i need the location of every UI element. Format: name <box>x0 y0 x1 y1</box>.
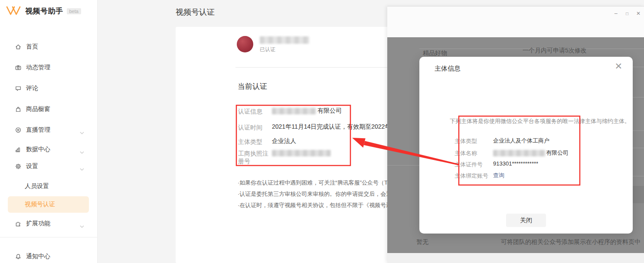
sidebar-item-product-window[interactable]: 商品橱窗 <box>15 104 88 114</box>
sidebar-item-label: 首页 <box>26 43 38 51</box>
close-icon[interactable]: ✕ <box>615 61 622 71</box>
sub-item-label: 视频号认证 <box>25 201 55 208</box>
avatar <box>237 36 253 52</box>
close-window-button[interactable]: ✕ <box>633 9 644 18</box>
sidebar-item-comments[interactable]: 评论 <box>15 83 88 94</box>
sidebar-item-live[interactable]: 直播管理 <box>15 125 88 135</box>
bg-shop-label: 精品好物 <box>423 49 447 57</box>
sidebar-item-label: 商品橱窗 <box>26 105 50 113</box>
modal-intro-text: 下列主体将是你使用微信公众平台各项服务的唯一法律主体与缔约主体。 <box>450 117 630 125</box>
redacted-company-name <box>272 108 316 114</box>
bag-icon <box>15 106 22 113</box>
dim-divider <box>633 67 644 67</box>
sidebar-item-home[interactable]: 首页 <box>15 42 88 52</box>
sidebar-item-label: 动态管理 <box>26 64 50 71</box>
camera-icon <box>15 64 22 71</box>
modal-field-label: 主体绑定账号 <box>454 172 488 180</box>
sidebar-item-moments[interactable]: 动态管理 <box>15 62 88 73</box>
modal-field-value: 913301************ <box>493 160 538 167</box>
minimize-button[interactable]: − <box>610 9 621 18</box>
bg-none-label: 暂无 <box>416 238 428 246</box>
maximize-button[interactable]: □ <box>621 9 633 18</box>
subject-suffix: 有限公司 <box>546 149 569 157</box>
sidebar-item-channels-verification[interactable]: 视频号认证 <box>8 196 89 213</box>
page-title: 视频号认证 <box>176 7 215 17</box>
chevron-down-icon <box>80 165 84 172</box>
modal-field-label: 主体证件号 <box>454 161 483 169</box>
sidebar-divider <box>0 237 97 237</box>
app-title: 视频号助手 <box>25 6 63 16</box>
sidebar: 视频号助手 beta 首页 动态管理 评论 商品橱窗 直播管理 数据中心 设置 … <box>0 0 98 263</box>
sidebar-item-label: 数据中心 <box>26 146 50 153</box>
field-label: 主体类型 <box>238 138 270 146</box>
sidebar-item-label: 通知中心 <box>26 253 50 260</box>
subject-info-modal: 主体信息 ✕ 下列主体将是你使用微信公众平台各项服务的唯一法律主体与缔约主体。 … <box>419 57 633 234</box>
dim-divider <box>633 130 644 131</box>
bg-account-hint: 可将团队的相关公众号添加展示在小程序的资料页中 <box>501 238 641 246</box>
chevron-down-icon <box>80 129 84 136</box>
section-title: 当前认证 <box>238 81 267 91</box>
redacted-license-number <box>272 150 331 156</box>
comment-icon <box>15 85 22 92</box>
dim-divider <box>633 148 644 148</box>
modal-title: 主体信息 <box>435 65 461 73</box>
chart-icon <box>15 146 22 153</box>
live-icon <box>15 127 22 133</box>
window-bottom-strip <box>387 253 644 263</box>
field-value <box>272 150 331 156</box>
field-label: 认证时间 <box>238 123 270 131</box>
bell-icon <box>15 253 22 260</box>
field-label: 认证信息 <box>238 107 270 115</box>
account-name-redacted <box>260 36 309 44</box>
dim-divider <box>387 165 419 166</box>
channels-logo-icon <box>6 6 21 16</box>
field-value: 有限公司 <box>272 107 342 115</box>
chevron-down-icon <box>80 222 84 229</box>
sidebar-item-settings[interactable]: 设置 <box>15 161 88 172</box>
app-logo-row: 视频号助手 beta <box>6 6 81 16</box>
window-controls: − □ ✕ <box>610 9 644 18</box>
dim-divider <box>633 97 644 97</box>
sidebar-item-label: 直播管理 <box>26 126 50 134</box>
company-suffix: 有限公司 <box>317 107 342 115</box>
sidebar-item-label: 评论 <box>26 84 38 92</box>
field-label: 工商执照注册号 <box>238 149 270 165</box>
modal-field-label: 主体类型 <box>454 137 477 145</box>
query-link[interactable]: 查询 <box>493 172 504 179</box>
note-line: ·如果你在认证过程中遇到困难，可关注“腾讯客服”公众号（Tencent_ <box>238 179 407 187</box>
home-icon <box>15 43 22 50</box>
sidebar-item-label: 扩展功能 <box>26 220 50 227</box>
sidebar-item-extensions[interactable]: 扩展功能 <box>15 218 88 229</box>
chevron-down-icon <box>80 148 84 155</box>
modal-field-value: 企业法人及个体工商户 <box>493 137 549 145</box>
close-modal-button[interactable]: 关闭 <box>506 214 546 227</box>
verified-status: 已认证 <box>260 46 275 53</box>
dim-divider <box>633 176 644 176</box>
modal-field-label: 主体名称 <box>454 149 477 157</box>
bg-modify-hint: 一个月内可申请5次修改 <box>523 47 587 55</box>
field-value: 企业法人 <box>272 137 296 145</box>
sub-item-label: 人员设置 <box>25 182 49 189</box>
dim-row-band <box>633 186 644 203</box>
sidebar-item-label: 设置 <box>26 162 38 170</box>
redacted-subject-name <box>493 150 546 156</box>
modal-field-value: 有限公司 <box>493 149 569 157</box>
gear-icon <box>15 163 22 170</box>
beta-badge: beta <box>67 8 81 14</box>
sidebar-item-staff-settings[interactable]: 人员设置 <box>25 182 49 190</box>
overlay-window: − □ ✕ 精品好物 一个月内可申请5次修改 暂无 可将团队的相关公众号添加展示… <box>387 6 644 263</box>
sidebar-item-data-center[interactable]: 数据中心 <box>15 144 88 155</box>
puzzle-icon <box>15 220 22 227</box>
sidebar-item-notifications[interactable]: 通知中心 <box>15 251 88 262</box>
